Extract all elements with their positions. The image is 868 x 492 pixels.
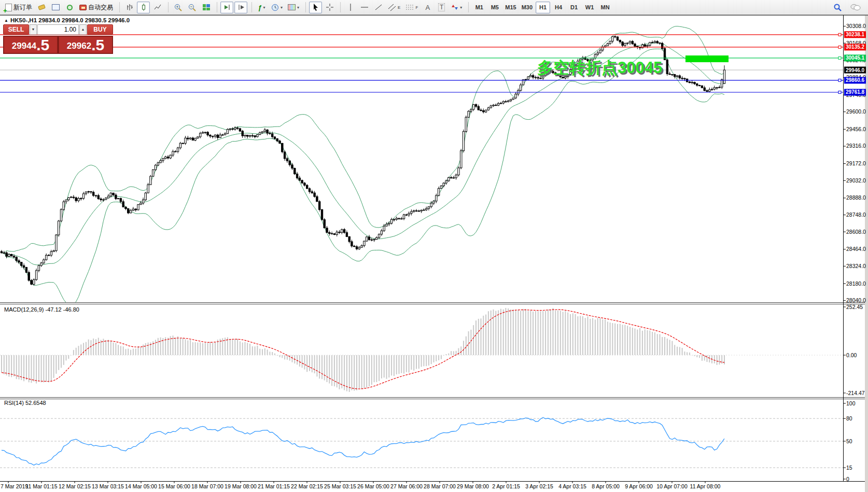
svg-text:28 Mar 07:00: 28 Mar 07:00	[424, 483, 456, 489]
svg-text:29456.0: 29456.0	[846, 126, 866, 132]
svg-text:28748.0: 28748.0	[846, 212, 866, 218]
svg-text:50: 50	[846, 438, 852, 444]
price-label-29860.6: 29860.6	[844, 77, 866, 83]
svg-text:30045.1: 30045.1	[846, 55, 865, 61]
svg-text:29600.0: 29600.0	[846, 108, 866, 115]
svg-text:30238.1: 30238.1	[846, 32, 865, 37]
svg-text:7 Mar 2019: 7 Mar 2019	[1, 483, 28, 489]
macd-indicator-label: MACD(12,26,9) -47.12 -46.80	[4, 306, 79, 313]
chart-canvas[interactable]: 30308.030168.030024.029884.029740.029600…	[0, 0, 868, 492]
one-click-collapse-icon[interactable]: ▲	[4, 18, 8, 23]
bid-price-frac: .5	[36, 37, 49, 53]
svg-text:15: 15	[846, 465, 852, 471]
svg-text:29860.6: 29860.6	[846, 77, 865, 83]
volume-increase-button[interactable]: ▲	[79, 24, 87, 35]
svg-text:4 Apr 03:15: 4 Apr 03:15	[558, 483, 586, 489]
svg-text:28608.0: 28608.0	[846, 229, 866, 235]
highlight-rectangle[interactable]	[685, 55, 729, 62]
chart-background	[0, 15, 868, 492]
mt4-window: 新订单 自动交易	[0, 0, 868, 492]
svg-text:29316.0: 29316.0	[846, 143, 866, 149]
price-label-29946.0: 29946.0	[844, 67, 866, 74]
svg-text:25 Mar 03:15: 25 Mar 03:15	[324, 483, 356, 489]
chart-header: ▲HK50-,H1 29834.0 29984.0 29830.5 29946.…	[4, 17, 130, 23]
svg-text:13 Mar 03:15: 13 Mar 03:15	[92, 483, 124, 489]
svg-text:22 Mar 02:15: 22 Mar 02:15	[291, 483, 323, 489]
svg-text:10 Apr 07:00: 10 Apr 07:00	[656, 483, 688, 489]
price-label-30135.2: 30135.2	[844, 44, 866, 50]
svg-text:28888.0: 28888.0	[846, 194, 866, 201]
svg-text:29172.0: 29172.0	[846, 160, 866, 166]
symbol-ohlc-text: HK50-,H1 29834.0 29984.0 29830.5 29946.0	[10, 17, 130, 23]
svg-text:80: 80	[846, 415, 852, 421]
svg-text:11 Mar 01:15: 11 Mar 01:15	[25, 483, 57, 489]
svg-text:0.00: 0.00	[846, 352, 857, 358]
svg-text:30135.2: 30135.2	[846, 44, 865, 50]
one-click-trading-panel: SELL ▼ ▲ BUY 29944.5 29962.5	[3, 24, 113, 54]
buy-button[interactable]: BUY	[87, 24, 113, 35]
svg-text:12 Mar 02:15: 12 Mar 02:15	[59, 483, 91, 489]
svg-text:14 Mar 05:00: 14 Mar 05:00	[125, 483, 157, 489]
svg-text:30308.0: 30308.0	[846, 23, 866, 29]
rsi-indicator-label: RSI(14) 52.6548	[4, 400, 46, 406]
svg-text:27 Mar 06:00: 27 Mar 06:00	[390, 483, 423, 489]
svg-text:3 Apr 02:15: 3 Apr 02:15	[525, 483, 553, 489]
right-scrollbar[interactable]	[865, 16, 868, 492]
svg-text:29 Mar 08:00: 29 Mar 08:00	[457, 483, 489, 489]
svg-text:19 Mar 08:00: 19 Mar 08:00	[225, 483, 257, 489]
ask-price-frac: .5	[91, 37, 104, 53]
svg-text:11 Apr 08:00: 11 Apr 08:00	[690, 483, 721, 489]
svg-text:29032.0: 29032.0	[846, 177, 866, 184]
bid-price-int: 29944	[12, 39, 36, 53]
svg-text:28324.0: 28324.0	[846, 263, 866, 269]
svg-text:100: 100	[846, 400, 856, 406]
volume-input[interactable]	[37, 24, 79, 35]
svg-text:29761.8: 29761.8	[846, 89, 865, 95]
price-label-29761.8: 29761.8	[844, 89, 866, 96]
level-anchor[interactable]	[838, 57, 841, 59]
ask-price-button[interactable]: 29962.5	[59, 36, 113, 53]
svg-text:28180.0: 28180.0	[846, 280, 866, 287]
svg-text:29946.0: 29946.0	[846, 67, 865, 73]
level-anchor[interactable]	[838, 33, 841, 36]
svg-text:21 Mar 01:15: 21 Mar 01:15	[258, 483, 290, 489]
svg-text:8 Apr 05:00: 8 Apr 05:00	[592, 483, 620, 489]
time-axis[interactable]: 7 Mar 201911 Mar 01:1512 Mar 02:1513 Mar…	[1, 482, 721, 489]
svg-text:9 Apr 06:00: 9 Apr 06:00	[625, 483, 653, 489]
svg-text:18 Mar 07:00: 18 Mar 07:00	[191, 483, 223, 489]
ask-price-int: 29962	[67, 39, 91, 53]
svg-text:28040.0: 28040.0	[846, 297, 866, 303]
svg-text:0: 0	[846, 476, 849, 482]
level-anchor[interactable]	[838, 91, 841, 94]
chart-text-annotation[interactable]: 多空转折点30045	[537, 57, 662, 79]
svg-text:-214.47: -214.47	[846, 390, 865, 396]
level-anchor[interactable]	[838, 46, 841, 48]
svg-text:2 Apr 01:15: 2 Apr 01:15	[492, 483, 520, 489]
price-label-30045.1: 30045.1	[844, 54, 866, 61]
bid-price-button[interactable]: 29944.5	[4, 36, 58, 53]
sell-button[interactable]: SELL	[3, 24, 29, 35]
svg-text:28464.0: 28464.0	[846, 246, 866, 252]
svg-text:252.45: 252.45	[846, 304, 863, 310]
level-anchor[interactable]	[838, 79, 841, 81]
svg-text:26 Mar 05:00: 26 Mar 05:00	[357, 483, 389, 489]
svg-text:15 Mar 06:00: 15 Mar 06:00	[158, 483, 190, 489]
price-label-30238.1: 30238.1	[844, 31, 866, 38]
volume-decrease-button[interactable]: ▼	[30, 24, 37, 35]
